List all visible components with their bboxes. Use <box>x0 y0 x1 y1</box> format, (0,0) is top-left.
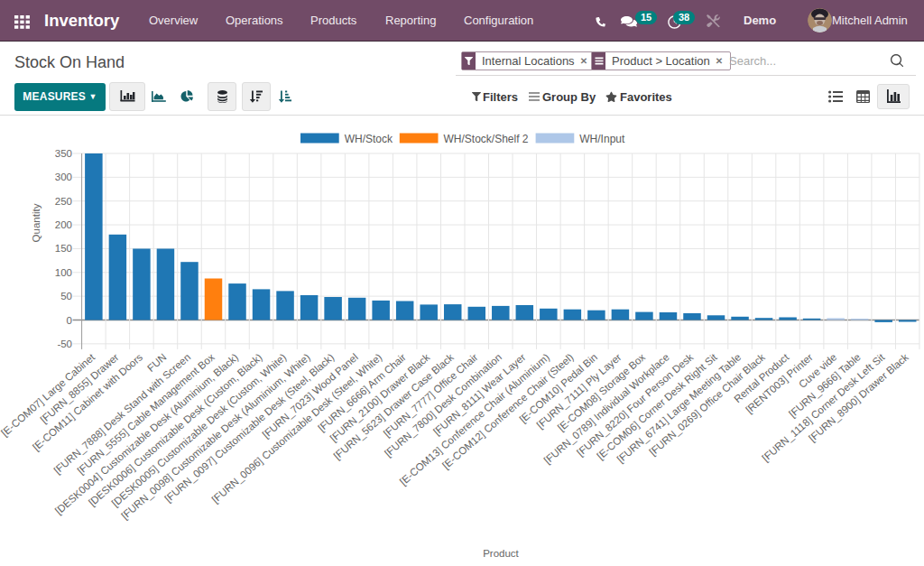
svg-text:[E-COM07] Large Cabinet: [E-COM07] Large Cabinet <box>0 351 97 439</box>
svg-text:-50: -50 <box>57 339 72 349</box>
svg-text:WH/Stock: WH/Stock <box>345 133 393 145</box>
svg-text:150: 150 <box>55 243 72 254</box>
svg-text:100: 100 <box>55 267 72 278</box>
svg-text:50: 50 <box>60 291 72 302</box>
svg-text:Product: Product <box>483 548 519 559</box>
svg-text:200: 200 <box>55 219 72 230</box>
svg-text:250: 250 <box>55 196 72 207</box>
svg-text:Quantity: Quantity <box>31 203 42 242</box>
svg-text:350: 350 <box>55 148 72 159</box>
svg-text:0: 0 <box>67 315 72 326</box>
svg-text:WH/Input: WH/Input <box>579 133 625 145</box>
svg-text:300: 300 <box>55 172 72 182</box>
svg-text:WH/Stock/Shelf 2: WH/Stock/Shelf 2 <box>444 133 529 145</box>
